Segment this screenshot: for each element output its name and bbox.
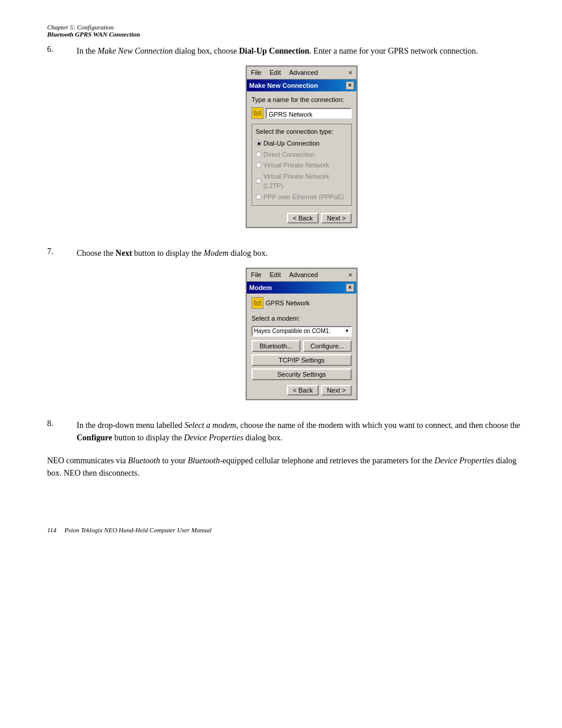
radio-vpn-label: Virtual Private Network <box>263 160 329 170</box>
paragraph: NEO communicates via Bluetooth to your B… <box>47 454 527 479</box>
radio-l2tp-btn[interactable] <box>256 178 262 184</box>
radio-l2tp-label: Virtual Private Network (L2TP) <box>263 172 348 191</box>
radio-direct-btn[interactable] <box>256 151 262 157</box>
menu2-file[interactable]: File <box>249 269 263 281</box>
radio-pppoe[interactable]: PPP over Ethernet (PPPoE) <box>256 192 348 202</box>
menu-advanced[interactable]: Advanced <box>287 67 320 78</box>
para-mid: to your <box>160 456 188 465</box>
menu-edit[interactable]: Edit <box>268 67 283 78</box>
dialog2-modem-label: Select a modem: <box>252 314 352 324</box>
dialog1-titlebar: Make New Connection × <box>247 80 356 92</box>
chapter-header: Chapter 5: Configuration Bluetooth GPRS … <box>47 24 527 38</box>
step6-mid: dialog box, choose <box>173 47 239 55</box>
security-btn[interactable]: Security Settings <box>252 368 352 380</box>
dialog2-btn-row1: Bluetooth... Configure... <box>252 340 352 352</box>
step-7-text: Choose the Next button to display the Mo… <box>77 247 527 409</box>
para-italic1: Bluetooth <box>128 456 160 465</box>
connection-type-label: Select the connection type: <box>256 127 348 137</box>
radio-vpn-btn[interactable] <box>256 162 262 168</box>
dialog1-body: Type a name for the connection: GPRS Net… <box>247 91 356 227</box>
svg-rect-3 <box>255 299 260 301</box>
menu2-advanced[interactable]: Advanced <box>287 269 320 281</box>
dialog2-title: Modem <box>249 283 272 293</box>
dialog2-titlebar: Modem × <box>247 282 356 294</box>
para-after: -equipped cellular telephone and retriev… <box>220 456 434 465</box>
step-7-number: 7. <box>47 247 77 409</box>
step-6: 6. In the Make New Connection dialog box… <box>47 45 527 236</box>
menu-file[interactable]: File <box>249 67 263 78</box>
connection-type-group: Select the connection type: Dial-Up Conn… <box>252 124 352 206</box>
svg-rect-1 <box>255 110 260 111</box>
radio-pppoe-label: PPP over Ethernet (PPPoE) <box>263 192 344 202</box>
step-8-number: 8. <box>47 419 77 444</box>
step-8-text: In the drop-down menu labelled Select a … <box>77 419 527 444</box>
dialog1-title: Make New Connection <box>249 81 318 91</box>
para-before: NEO communicates via <box>47 456 128 465</box>
dialog2-network-row: GPRS Network <box>252 297 352 309</box>
configure-btn[interactable]: Configure... <box>303 340 352 352</box>
step7-after: button to display the <box>132 249 204 258</box>
step7-end: dialog box. <box>229 249 268 258</box>
radio-dialup-label: Dial-Up Connection <box>263 139 319 149</box>
radio-l2tp[interactable]: Virtual Private Network (L2TP) <box>256 172 348 191</box>
step7-italic: Modem <box>204 249 229 258</box>
step-7: 7. Choose the Next button to display the… <box>47 247 527 409</box>
dialog2: File Edit Advanced × Modem × <box>246 268 358 400</box>
dialog1-close-btn[interactable]: × <box>346 81 354 90</box>
dialog1: File Edit Advanced × Make New Connection… <box>246 65 358 228</box>
dialog2-close-btn[interactable]: × <box>346 284 354 292</box>
radio-pppoe-btn[interactable] <box>256 194 262 200</box>
dialog2-body: GPRS Network Select a modem: Hayes Compa… <box>247 294 356 399</box>
dialog2-container: File Edit Advanced × Modem × <box>77 268 527 400</box>
para-italic2: Bluetooth <box>188 456 220 465</box>
step8-after: button to display the <box>112 433 184 442</box>
step8-end: dialog box. <box>243 433 283 442</box>
dialog1-name-label: Type a name for the connection: <box>252 95 352 105</box>
step6-bold: Dial-Up Connection <box>239 47 309 55</box>
bluetooth-btn[interactable]: Bluetooth... <box>252 340 300 352</box>
dialog1-menubar: File Edit Advanced × <box>247 67 356 80</box>
step8-bold: Configure <box>77 433 112 442</box>
step-8: 8. In the drop-down menu labelled Select… <box>47 419 527 444</box>
step8-italic1: Select a modem <box>184 421 236 430</box>
radio-dialup-btn[interactable] <box>256 140 262 146</box>
step-6-text: In the Make New Connection dialog box, c… <box>77 45 527 236</box>
dialog2-dropdown-row: Hayes Compatible on COM1: ▼ <box>252 326 352 337</box>
radio-direct-label: Direct Connection <box>263 150 315 160</box>
dialog1-back-btn[interactable]: < Back <box>287 213 319 223</box>
content-area: 6. In the Make New Connection dialog box… <box>47 45 527 479</box>
chapter-line2: Bluetooth GPRS WAN Connection <box>47 31 527 38</box>
dialog2-back-btn[interactable]: < Back <box>287 385 319 396</box>
menu2-edit[interactable]: Edit <box>268 269 283 281</box>
dialog1-next-btn[interactable]: Next > <box>321 213 352 223</box>
dialog2-network-name: GPRS Network <box>266 298 310 308</box>
para-italic3: Device Properties <box>434 456 494 465</box>
step7-bold: Next <box>115 249 132 258</box>
radio-dialup[interactable]: Dial-Up Connection <box>256 139 348 149</box>
step7-before: Choose the <box>77 249 115 258</box>
dialog1-nav-row: < Back Next > <box>252 210 352 223</box>
dialog2-next-btn[interactable]: Next > <box>321 385 352 396</box>
dialog2-menubar: File Edit Advanced × <box>247 269 356 282</box>
chapter-line1: Chapter 5: Configuration <box>47 24 527 31</box>
dialog2-nav-row: < Back Next > <box>252 383 352 396</box>
footer-manual-title: Psion Teklogix NEO Hand-Held Computer Us… <box>64 526 211 533</box>
footer-text: 114 Psion Teklogix NEO Hand-Held Compute… <box>47 526 211 533</box>
step8-mid: , choose the name of the modem with whic… <box>236 421 520 430</box>
step-6-number: 6. <box>47 45 77 236</box>
dialog2-outer-close[interactable]: × <box>347 269 354 281</box>
dialog2-modem-value: Hayes Compatible on COM1: <box>254 327 330 335</box>
dialog2-modem-dropdown[interactable]: Hayes Compatible on COM1: ▼ <box>252 326 352 337</box>
network-icon <box>252 297 263 309</box>
page-footer: 114 Psion Teklogix NEO Hand-Held Compute… <box>47 526 527 533</box>
dialog1-name-input[interactable]: GPRS Network <box>266 108 352 118</box>
step6-before: In the <box>77 47 98 55</box>
footer-page-number: 114 <box>47 526 57 533</box>
dialog1-outer-close[interactable]: × <box>347 67 354 78</box>
dialog1-input-row: GPRS Network <box>252 107 352 119</box>
tcp-btn[interactable]: TCP/IP Settings <box>252 354 352 366</box>
radio-direct[interactable]: Direct Connection <box>256 150 348 160</box>
step6-dialog-name: Make New Connection <box>98 47 173 55</box>
radio-vpn[interactable]: Virtual Private Network <box>256 160 348 170</box>
step8-before: In the drop-down menu labelled <box>77 421 184 430</box>
